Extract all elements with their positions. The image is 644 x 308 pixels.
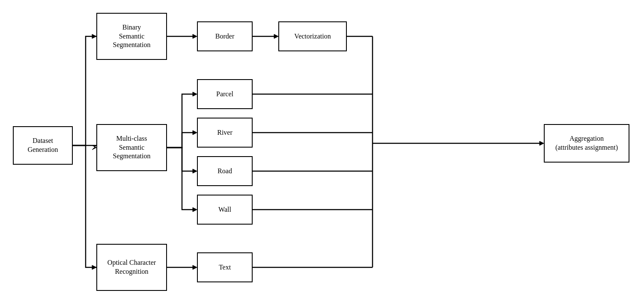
dataset-generation-label: DatasetGeneration bbox=[27, 136, 58, 154]
arrowhead-mss-parcel bbox=[193, 92, 197, 96]
arrow-mss-parcel bbox=[167, 94, 196, 148]
ocr-node: Optical CharacterRecognition bbox=[96, 244, 167, 291]
arrowhead-ocr-text bbox=[193, 265, 197, 270]
wall-label: Wall bbox=[218, 205, 231, 214]
arrow-mss-wall bbox=[167, 148, 196, 210]
arrow-mss-river bbox=[167, 133, 196, 148]
border-node: Border bbox=[197, 21, 253, 51]
multi-class-semantic-segmentation-label: Multi-classSemanticSegmentation bbox=[113, 134, 151, 161]
arrowhead-mss-road bbox=[193, 169, 197, 173]
parcel-node: Parcel bbox=[197, 79, 253, 109]
parcel-label: Parcel bbox=[216, 90, 233, 99]
arrow-mss-road bbox=[167, 148, 196, 171]
text-label: Text bbox=[219, 263, 231, 272]
multi-class-semantic-segmentation-node: Multi-classSemanticSegmentation bbox=[96, 124, 167, 171]
border-label: Border bbox=[215, 32, 234, 41]
arrowhead-bss-border bbox=[193, 34, 197, 38]
binary-semantic-segmentation-label: BinarySemanticSegmentation bbox=[113, 23, 151, 50]
arrowhead-mss-wall bbox=[193, 207, 197, 212]
vectorization-node: Vectorization bbox=[278, 21, 347, 51]
wall-node: Wall bbox=[197, 195, 253, 225]
road-node: Road bbox=[197, 156, 253, 186]
arrowhead-mss-river bbox=[193, 130, 197, 135]
road-label: Road bbox=[218, 167, 232, 176]
river-label: River bbox=[217, 128, 233, 137]
arrow-dg-ocr bbox=[73, 145, 96, 267]
ocr-label: Optical CharacterRecognition bbox=[107, 258, 156, 276]
diagram: DatasetGeneration BinarySemanticSegmenta… bbox=[0, 0, 644, 308]
dataset-generation-node: DatasetGeneration bbox=[13, 126, 73, 165]
arrow-dg-bss bbox=[73, 36, 96, 145]
arrowhead-dg-ocr bbox=[92, 265, 96, 270]
arrowhead-collector-agg bbox=[540, 141, 544, 145]
binary-semantic-segmentation-node: BinarySemanticSegmentation bbox=[96, 13, 167, 60]
text-node: Text bbox=[197, 252, 253, 282]
aggregation-label: Aggregation(attributes assignment) bbox=[555, 134, 618, 152]
aggregation-node: Aggregation(attributes assignment) bbox=[544, 124, 629, 163]
arrowhead-border-vec bbox=[274, 34, 278, 38]
vectorization-label: Vectorization bbox=[294, 32, 331, 41]
arrowhead-dg-bss bbox=[92, 34, 96, 38]
river-node: River bbox=[197, 118, 253, 148]
arrowhead-dg-mss bbox=[92, 145, 96, 150]
